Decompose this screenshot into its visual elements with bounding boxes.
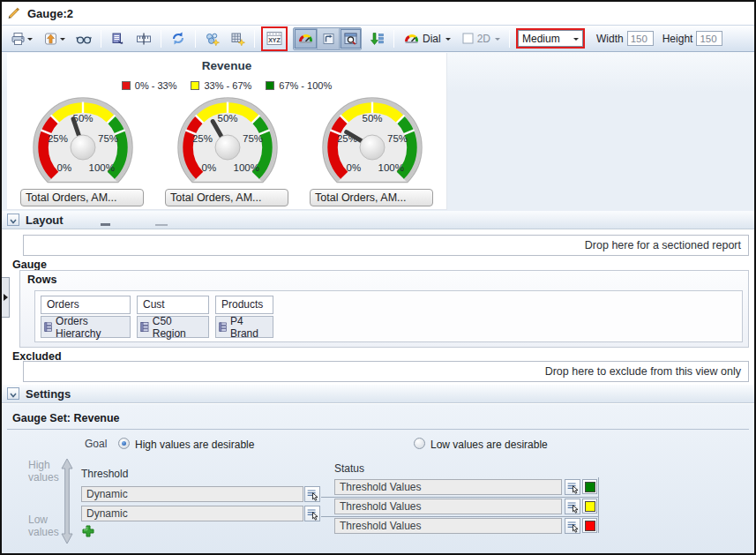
gauge-type-dropdown[interactable]: Dial (400, 28, 454, 49)
column-item[interactable]: Orders Hierarchy (41, 316, 131, 338)
ruler-icon (136, 32, 152, 46)
refresh-button[interactable] (167, 28, 190, 49)
view-title: Gauge:2 (27, 7, 73, 20)
collapse-pane-handle[interactable] (2, 277, 10, 318)
svg-text:75%: 75% (387, 133, 408, 144)
excluded-dropzone[interactable]: Drop here to exclude from this view only (23, 361, 749, 382)
gauge-view-icon (297, 32, 314, 45)
dimension-caret (495, 38, 500, 43)
gauge-set-heading: Gauge Set: Revenue (12, 412, 120, 424)
column-header[interactable]: Products (215, 296, 273, 314)
radio-high-values[interactable] (118, 438, 130, 449)
column-item[interactable]: P4 Brand (215, 316, 273, 338)
gauge-dial[interactable]: 0%25%50%75%100% (161, 95, 294, 187)
gauge-dial[interactable]: 0%25%50%75%100% (306, 95, 438, 187)
layout-collapse-button[interactable] (7, 214, 19, 226)
width-input[interactable] (627, 31, 654, 46)
swap-axes-button[interactable] (318, 28, 340, 49)
sort-button[interactable] (366, 28, 388, 49)
svg-text:25%: 25% (192, 133, 213, 144)
list-picker-icon (305, 506, 319, 521)
threshold-picker-button-1[interactable] (304, 486, 320, 502)
gauge-2: 0%25%50%75%100% Total Orders, AM... (161, 95, 294, 206)
layout-section-header: Layout (2, 211, 754, 229)
glasses-icon (76, 32, 92, 46)
list-picker-icon (565, 480, 580, 494)
dial-gauge-icon (403, 32, 420, 45)
legend-label: 67% - 100% (279, 80, 332, 91)
column-header[interactable]: Orders (41, 296, 131, 314)
threshold-field-2[interactable]: Dynamic (81, 506, 303, 521)
gauge-size-value: Medium (522, 33, 560, 45)
sort-icon (370, 32, 385, 46)
svg-text:25%: 25% (48, 133, 68, 144)
gauge-dial[interactable]: 0%25%50%75%100% (17, 95, 149, 187)
export-button[interactable] (40, 28, 69, 49)
zoom-view-button[interactable] (340, 28, 361, 49)
toolbar-separator (195, 30, 196, 48)
list-picker-icon (305, 487, 319, 501)
status-picker-button-3[interactable] (565, 518, 580, 534)
gauge-measure-label[interactable]: Total Orders, AM... (165, 189, 288, 206)
height-input[interactable] (696, 31, 722, 46)
calculated-item-icon (205, 32, 220, 46)
import-formatting-icon (110, 32, 125, 46)
connector-line (321, 516, 598, 517)
gauge-measure-label[interactable]: Total Orders, AM... (310, 189, 433, 206)
new-calculated-item-button[interactable] (201, 28, 223, 49)
new-group-button[interactable] (227, 28, 249, 49)
toolbar: XYZ (2, 25, 754, 52)
print-button[interactable] (7, 28, 36, 49)
hierarchy-icon (219, 321, 228, 333)
status-color-cell[interactable] (582, 518, 597, 533)
gauge-preview-panel: Revenue 0% - 33% 33% - 67% 67% - 100% 0%… (7, 53, 447, 210)
settings-collapse-button[interactable] (7, 387, 19, 400)
status-field-2[interactable]: Threshold Values (334, 499, 562, 514)
rows-dropzone[interactable]: Orders Orders Hierarchy Cust Regions (34, 290, 743, 342)
width-label: Width (596, 33, 624, 45)
import-formatting-button[interactable] (107, 28, 129, 49)
gauge-measure-label[interactable]: Total Orders, AM... (20, 189, 144, 206)
status-picker-button-2[interactable] (565, 499, 580, 514)
divider (7, 429, 749, 430)
gauge-size-caret (573, 38, 579, 43)
status-color-cell[interactable] (582, 499, 597, 514)
status-field-1[interactable]: Threshold Values (334, 479, 562, 495)
gauge-size-select[interactable]: Medium (518, 30, 583, 47)
hierarchy-icon (140, 321, 151, 333)
status-color-yellow[interactable] (585, 501, 595, 512)
dimension-label: 2D (477, 33, 490, 45)
view-titlebar: Gauge:2 (2, 2, 754, 25)
status-color-green[interactable] (585, 482, 595, 492)
svg-text:0%: 0% (56, 162, 71, 173)
radio-low-values[interactable] (414, 438, 425, 449)
preview-button[interactable] (72, 28, 95, 49)
edit-pencil-icon (7, 6, 21, 20)
status-color-red[interactable] (585, 521, 595, 531)
add-threshold-button[interactable] (81, 524, 95, 542)
2d-square-icon (461, 32, 475, 45)
threshold-picker-button-2[interactable] (304, 506, 320, 521)
gauge-preview-area: Revenue 0% - 33% 33% - 67% 67% - 100% 0%… (2, 52, 754, 211)
column-item-label: C50 Region (153, 315, 203, 340)
status-color-cell[interactable] (582, 479, 597, 494)
position-button[interactable] (132, 28, 155, 49)
status-field-3[interactable]: Threshold Values (334, 518, 562, 534)
export-dropdown-caret[interactable] (60, 38, 65, 43)
column-item[interactable]: C50 Region (137, 316, 209, 338)
settings-section-title: Settings (26, 385, 71, 403)
dimension-dropdown[interactable]: 2D (458, 28, 504, 49)
column-header[interactable]: Cust Regions (137, 296, 209, 314)
status-picker-button-1[interactable] (565, 479, 580, 495)
clipped-element (155, 224, 168, 226)
gauge-editor-window: Gauge:2 (0, 0, 756, 555)
sectioned-report-dropzone[interactable]: Drop here for a sectioned report (23, 235, 749, 256)
clipped-element (101, 223, 110, 226)
highlight-ring-size: Medium (516, 28, 585, 49)
gauge-view-button[interactable] (294, 28, 318, 49)
edit-data-format-button[interactable]: XYZ (263, 28, 286, 49)
threshold-field-1[interactable]: Dynamic (81, 486, 303, 502)
print-dropdown-caret[interactable] (27, 38, 33, 43)
toolbar-separator (254, 30, 255, 48)
svg-text:0%: 0% (346, 162, 361, 173)
